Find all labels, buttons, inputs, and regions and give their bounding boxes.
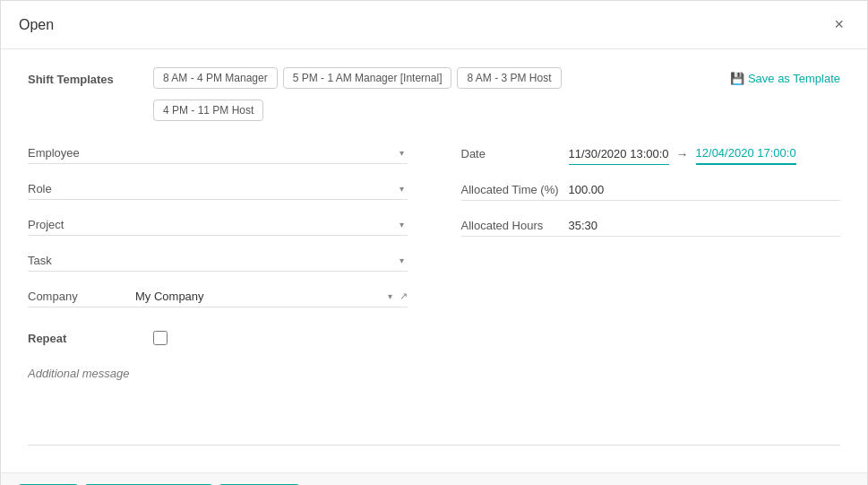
date-start-value[interactable]: 11/30/2020 13:00:0 [569,143,669,165]
project-row: Project ▾ [28,214,408,236]
shift-templates-section: Shift Templates 8 AM - 4 PM Manager 5 PM… [28,67,840,121]
save-template-button[interactable]: 💾 Save as Template [730,67,840,89]
dialog-title: Open [19,17,54,33]
floppy-icon: 💾 [730,72,744,85]
role-select-wrapper: ▾ [135,178,408,199]
date-label: Date [461,147,569,160]
date-row: Date 11/30/2020 13:00:0 → 12/04/2020 17:… [461,143,841,165]
role-select[interactable] [135,178,408,199]
allocated-hours-label: Allocated Hours [461,219,569,232]
repeat-label: Repeat [28,332,153,345]
form-right: Date 11/30/2020 13:00:0 → 12/04/2020 17:… [461,143,841,322]
date-arrow-icon: → [676,147,689,161]
close-button[interactable]: × [829,13,849,36]
dialog-footer: SAVE PUBLISH & SEND PUBLISH DISCARD [1,472,867,485]
allocated-hours-value: 35:30 [569,215,841,236]
company-row: Company My Company ▾ ↗ [28,286,408,307]
dialog-header: Open × [1,1,867,49]
shift-templates-container: 8 AM - 4 PM Manager 5 PM - 1 AM Manager … [153,67,840,121]
employee-row: Employee ▾ [28,143,408,164]
dialog: Open × Shift Templates 8 AM - 4 PM Manag… [0,0,868,485]
project-select-wrapper: ▾ [135,214,408,235]
template-btn-1[interactable]: 8 AM - 4 PM Manager [153,67,278,89]
project-select[interactable] [135,214,408,235]
task-select[interactable] [135,250,408,271]
company-select-wrapper: My Company ▾ [135,286,396,307]
repeat-checkbox[interactable] [153,331,168,345]
task-label: Task [28,254,135,267]
project-label: Project [28,218,135,231]
external-link-icon[interactable]: ↗ [400,290,408,302]
template-btn-3[interactable]: 8 AM - 3 PM Host [457,67,561,89]
company-select[interactable]: My Company [135,286,396,307]
allocated-hours-row: Allocated Hours 35:30 [461,215,841,237]
allocated-time-label: Allocated Time (%) [461,183,569,196]
task-row: Task ▾ [28,250,408,272]
company-label: Company [28,290,135,303]
allocated-time-row: Allocated Time (%) 100.00 [461,179,841,201]
date-end-value[interactable]: 12/04/2020 17:00:0 [696,143,796,165]
template-btn-4[interactable]: 4 PM - 11 PM Host [153,100,263,121]
template-btn-2[interactable]: 5 PM - 1 AM Manager [Internal] [283,67,452,89]
employee-select[interactable] [135,143,408,163]
message-section [28,367,840,423]
role-label: Role [28,182,135,195]
allocated-time-value: 100.00 [569,179,841,200]
employee-select-wrapper: ▾ [135,143,408,163]
role-row: Role ▾ [28,178,408,200]
additional-message-input[interactable] [28,367,840,420]
dialog-body: Shift Templates 8 AM - 4 PM Manager 5 PM… [1,49,867,472]
task-select-wrapper: ▾ [135,250,408,271]
shift-templates-label: Shift Templates [28,67,153,86]
divider [28,445,840,446]
repeat-section: Repeat [28,331,840,345]
form-left: Employee ▾ Role ▾ [28,143,408,322]
employee-label: Employee [28,146,135,160]
form-grid: Employee ▾ Role ▾ [28,143,840,322]
